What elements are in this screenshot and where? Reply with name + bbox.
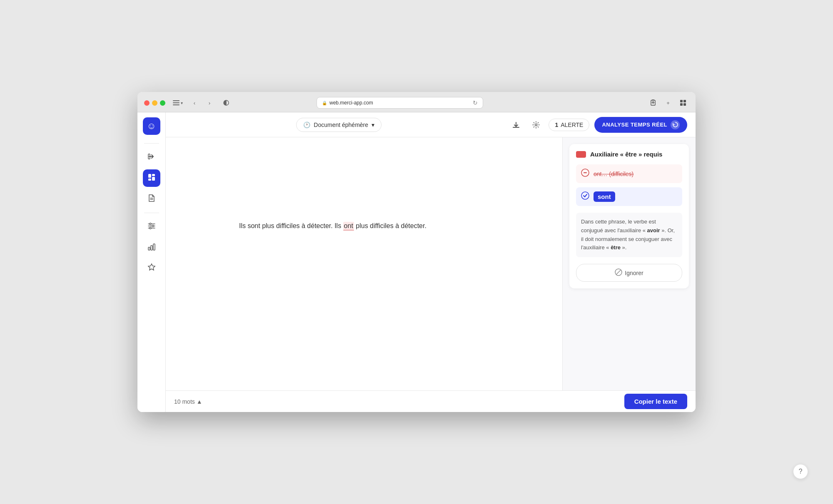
- sidebar-item-badge[interactable]: [143, 260, 160, 277]
- browser-window: ▾ ‹ › 🔒 web.merci-app.com ↻: [137, 92, 696, 412]
- badge-icon: [147, 263, 156, 274]
- share-button[interactable]: [647, 97, 659, 109]
- svg-rect-6: [683, 100, 686, 102]
- svg-rect-7: [680, 103, 683, 106]
- svg-rect-2: [173, 104, 180, 105]
- svg-rect-1: [173, 102, 180, 103]
- svg-rect-10: [148, 174, 151, 178]
- close-traffic-light[interactable]: [144, 100, 150, 106]
- wrong-option-text: ont… (difficiles): [594, 171, 633, 177]
- sidebar: ☺: [137, 112, 166, 412]
- svg-point-20: [535, 124, 537, 126]
- logo-icon: ☺: [147, 121, 156, 132]
- app-container: ☺: [137, 112, 696, 412]
- correct-icon: [581, 191, 589, 202]
- correction-explanation: Dans cette phrase, le verbe est conjugué…: [576, 213, 682, 257]
- explanation-text: Dans cette phrase, le verbe est conjugué…: [581, 218, 675, 251]
- doc-type-label: Document éphémère: [314, 122, 368, 128]
- ignore-button[interactable]: Ignorer: [576, 264, 682, 282]
- editor-area[interactable]: Ils sont plus difficiles à détecter. Ils…: [166, 137, 562, 390]
- browser-actions-right: +: [647, 97, 689, 109]
- new-tab-button[interactable]: +: [662, 97, 674, 109]
- svg-rect-19: [153, 244, 155, 250]
- svg-point-15: [152, 225, 154, 227]
- gear-button[interactable]: [529, 117, 544, 132]
- browser-controls: ▾ ‹ ›: [170, 97, 215, 109]
- option-correct[interactable]: sont: [576, 187, 682, 206]
- sidebar-item-import[interactable]: [143, 149, 160, 166]
- correction-panel: Auxiliaire « être » requis o: [562, 137, 696, 390]
- toolbar-right: 1 ALERTE ANALYSE TEMPS RÉEL: [549, 117, 687, 133]
- sidebar-divider-2: [144, 213, 159, 213]
- svg-rect-5: [680, 100, 683, 102]
- sidebar-item-add[interactable]: [143, 169, 160, 187]
- address-bar[interactable]: 🔒 web.merci-app.com ↻: [317, 97, 483, 109]
- toolbar-center: 🕐 Document éphémère ▾: [174, 118, 504, 132]
- ignore-label: Ignorer: [625, 270, 643, 276]
- app-logo[interactable]: ☺: [143, 117, 160, 135]
- document-icon: [148, 194, 155, 204]
- download-button[interactable]: [509, 117, 524, 132]
- alert-badge-button[interactable]: 1 ALERTE: [549, 119, 589, 131]
- doc-type-button[interactable]: 🕐 Document éphémère ▾: [296, 118, 382, 132]
- highlighted-word[interactable]: ont: [343, 222, 354, 230]
- address-bar-container: 🔒 web.merci-app.com ↻: [317, 97, 483, 109]
- analyse-label: ANALYSE TEMPS RÉEL: [602, 122, 667, 128]
- svg-rect-13: [152, 177, 155, 181]
- refresh-icon[interactable]: ↻: [473, 99, 478, 106]
- word-count-text: 10 mots: [174, 398, 195, 405]
- analyse-icon: [671, 120, 680, 129]
- svg-rect-12: [152, 174, 155, 176]
- word-count: 10 mots ▲: [174, 398, 202, 405]
- text-after: plus difficiles à détecter.: [354, 222, 426, 229]
- sidebar-divider-1: [144, 143, 159, 144]
- lock-icon: 🔒: [322, 101, 327, 105]
- alert-count: 1: [555, 122, 558, 128]
- text-before: Ils sont plus difficiles à détecter. Ils: [239, 222, 343, 229]
- editor-text[interactable]: Ils sont plus difficiles à détecter. Ils…: [239, 221, 489, 231]
- svg-rect-18: [151, 246, 152, 250]
- browser-titlebar: ▾ ‹ › 🔒 web.merci-app.com ↻: [137, 92, 696, 112]
- svg-point-16: [150, 227, 151, 229]
- grid-button[interactable]: [677, 97, 689, 109]
- back-button[interactable]: ‹: [189, 97, 200, 109]
- correction-card: Auxiliaire « être » requis o: [569, 144, 689, 288]
- analyse-button[interactable]: ANALYSE TEMPS RÉEL: [594, 117, 687, 133]
- correction-header: Auxiliaire « être » requis: [576, 151, 682, 158]
- ignore-icon: [615, 268, 622, 277]
- copy-button[interactable]: Copier le texte: [624, 394, 687, 409]
- help-icon: ?: [799, 468, 803, 475]
- sidebar-item-stats[interactable]: [143, 239, 160, 256]
- add-icon: [147, 173, 156, 184]
- correction-title: Auxiliaire « être » requis: [590, 151, 662, 158]
- svg-point-14: [150, 223, 151, 225]
- sidebar-item-settings[interactable]: [143, 218, 160, 236]
- clock-icon: 🕐: [303, 122, 310, 128]
- correct-option-word: sont: [594, 191, 615, 202]
- bottom-bar: 10 mots ▲ Copier le texte: [166, 390, 696, 412]
- stats-icon: [147, 243, 156, 253]
- word-count-icon: ▲: [197, 398, 202, 405]
- toolbar: 🕐 Document éphémère ▾: [166, 112, 696, 137]
- svg-rect-8: [683, 103, 686, 106]
- import-icon: [147, 152, 156, 163]
- sliders-icon: [147, 222, 156, 232]
- theme-toggle-button[interactable]: [220, 97, 232, 109]
- svg-rect-11: [148, 179, 151, 181]
- copy-button-label: Copier le texte: [634, 398, 677, 405]
- minimize-traffic-light[interactable]: [152, 100, 157, 106]
- option-wrong[interactable]: ont… (difficiles): [576, 164, 682, 183]
- help-button[interactable]: ?: [793, 464, 808, 479]
- maximize-traffic-light[interactable]: [160, 100, 165, 106]
- correction-options: ont… (difficiles) sont: [576, 164, 682, 206]
- error-dot: [576, 151, 586, 158]
- dropdown-icon: ▾: [372, 122, 374, 128]
- svg-rect-17: [148, 247, 150, 250]
- theme-toggle-controls: [220, 97, 232, 109]
- sidebar-item-document[interactable]: [143, 190, 160, 208]
- svg-rect-0: [173, 100, 180, 101]
- forward-button[interactable]: ›: [204, 97, 215, 109]
- content-area: Ils sont plus difficiles à détecter. Ils…: [166, 137, 696, 390]
- main-area: 🕐 Document éphémère ▾: [166, 112, 696, 412]
- sidebar-toggle-btn[interactable]: ▾: [170, 99, 185, 107]
